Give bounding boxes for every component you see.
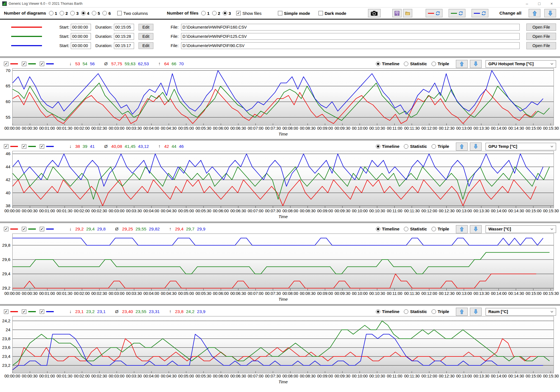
open-file-button[interactable]: Open File: [526, 24, 556, 31]
x-axis-tick-label: 00:11:30: [404, 374, 420, 378]
metric-dropdown[interactable]: GPU Temp [°C]: [486, 143, 556, 150]
statistic-radio[interactable]: [404, 62, 408, 66]
move-chart-down-button[interactable]: [470, 308, 482, 316]
avg-green: 23,55: [135, 309, 146, 314]
minimize-button[interactable]: –: [521, 0, 533, 7]
min-red: 29,2: [75, 227, 84, 232]
x-axis-tick-label: 00:15:00: [526, 291, 541, 296]
red-series-checkbox[interactable]: [4, 144, 8, 149]
x-axis-tick-label: 00:09:00: [317, 374, 333, 378]
duration-input[interactable]: [114, 42, 134, 49]
open-file-button[interactable]: Open File: [526, 42, 556, 49]
close-button[interactable]: ×: [545, 0, 558, 7]
save-button[interactable]: [392, 9, 402, 17]
triple-radio[interactable]: [432, 62, 436, 66]
x-axis-tick-label: 00:07:30: [265, 209, 281, 213]
open-file-button[interactable]: Open File: [526, 33, 556, 40]
move-chart-down-button[interactable]: [470, 60, 482, 68]
avg-red: 29,25: [122, 227, 133, 232]
show-files-checkbox[interactable]: [236, 11, 241, 15]
triple-radio[interactable]: [432, 309, 436, 314]
radio-option-5[interactable]: [92, 11, 96, 15]
x-axis-tick-label: 00:07:00: [248, 291, 263, 296]
swap-green-series-button[interactable]: [449, 9, 465, 17]
radio-option-1[interactable]: [49, 11, 53, 15]
red-series-swatch: [10, 63, 18, 64]
dark-mode-checkbox[interactable]: [318, 11, 323, 15]
change-all-down-button[interactable]: [544, 9, 556, 17]
edit-button[interactable]: Edit: [139, 33, 153, 40]
statistic-radio[interactable]: [404, 144, 408, 149]
simple-mode-checkbox[interactable]: [278, 11, 282, 15]
radio-option-2[interactable]: [212, 11, 217, 15]
metric-dropdown[interactable]: Raum [°C]: [486, 308, 556, 316]
x-axis-tick-label: 00:02:30: [91, 126, 107, 130]
edit-button[interactable]: Edit: [139, 24, 153, 31]
radio-option-6[interactable]: [102, 11, 107, 15]
screenshot-button[interactable]: [368, 9, 381, 17]
swap-red-series-button[interactable]: [426, 9, 442, 17]
x-axis-tick-label: 00:01:30: [57, 374, 72, 378]
file-row: Start: Duration: Edit File: Open File: [0, 41, 560, 50]
radio-option-2[interactable]: [60, 11, 64, 15]
radio-option-3[interactable]: [223, 11, 227, 15]
red-series-checkbox[interactable]: [4, 62, 8, 66]
min-red: 23,1: [75, 309, 84, 314]
green-series-checkbox[interactable]: [22, 309, 26, 314]
radio-option-label: 3: [76, 11, 78, 16]
edit-button[interactable]: Edit: [139, 42, 153, 49]
folder-icon: [405, 11, 410, 16]
blue-series-checkbox[interactable]: [40, 62, 44, 66]
triple-radio[interactable]: [432, 144, 436, 149]
blue-series-checkbox[interactable]: [40, 309, 44, 314]
min-red: 38: [75, 144, 80, 149]
statistic-radio[interactable]: [404, 309, 408, 314]
x-axis-tick-label: 00:05:00: [178, 126, 194, 130]
maximize-button[interactable]: □: [533, 0, 545, 7]
radio-option-3[interactable]: [70, 11, 75, 15]
blue-series-checkbox[interactable]: [40, 227, 44, 231]
start-time-input[interactable]: [71, 33, 91, 40]
timeline-radio[interactable]: [376, 144, 380, 149]
move-chart-up-button[interactable]: [456, 60, 468, 68]
start-time-input[interactable]: [71, 24, 91, 31]
duration-input[interactable]: [114, 33, 134, 40]
red-series-checkbox[interactable]: [4, 309, 8, 314]
x-axis-tick-label: 00:00:00: [4, 374, 20, 378]
two-columns-checkbox[interactable]: [117, 11, 122, 15]
y-axis-tick-label: 24,2: [2, 318, 10, 323]
timeline-radio[interactable]: [376, 309, 380, 314]
duration-input[interactable]: [114, 24, 134, 31]
green-series-checkbox[interactable]: [22, 144, 26, 149]
triple-radio[interactable]: [432, 227, 436, 231]
chart-panel: ↓ 38 39 41 Ø 40,08 41,45 43,12 ↑ 42 44 4…: [0, 139, 560, 221]
x-axis-tick-label: 00:09:00: [317, 126, 333, 130]
metric-dropdown[interactable]: GPU Hotspot Temp [°C]: [486, 60, 556, 68]
move-chart-up-button[interactable]: [456, 308, 468, 316]
move-chart-up-button[interactable]: [456, 143, 468, 151]
change-all-up-button[interactable]: [529, 9, 540, 17]
file-path-input[interactable]: [181, 42, 520, 49]
timeline-radio[interactable]: [376, 227, 380, 231]
plot-area: [12, 151, 554, 208]
blue-series-checkbox[interactable]: [40, 144, 44, 149]
x-axis-tick-label: 00:12:30: [439, 209, 454, 213]
move-chart-up-button[interactable]: [456, 225, 468, 233]
file-path-input[interactable]: [181, 24, 520, 31]
radio-option-1[interactable]: [201, 11, 206, 15]
move-chart-down-button[interactable]: [470, 225, 482, 233]
file-path-input[interactable]: [181, 33, 520, 40]
open-folder-button[interactable]: [403, 9, 412, 17]
red-series-checkbox[interactable]: [4, 227, 8, 231]
green-series-checkbox[interactable]: [22, 227, 26, 231]
statistic-radio[interactable]: [404, 227, 408, 231]
move-chart-down-button[interactable]: [470, 143, 482, 151]
start-time-input[interactable]: [71, 42, 91, 49]
radio-option-4[interactable]: [81, 11, 86, 15]
green-series-checkbox[interactable]: [22, 62, 26, 66]
x-axis-tick-label: 00:00:30: [22, 126, 38, 130]
metric-dropdown[interactable]: Wasser [°C]: [486, 225, 556, 233]
timeline-radio[interactable]: [376, 62, 380, 66]
swap-blue-series-button[interactable]: [472, 9, 488, 17]
arrow-up-icon: [460, 227, 464, 232]
